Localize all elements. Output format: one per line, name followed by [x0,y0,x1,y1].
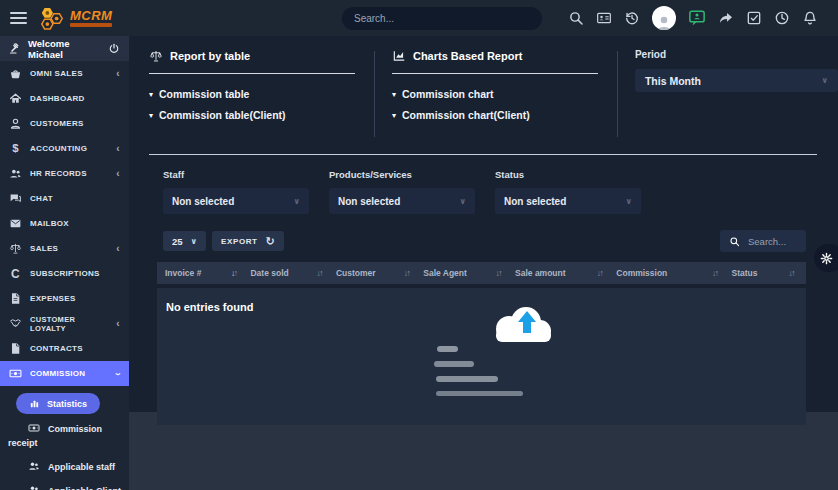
tasks-icon[interactable] [746,10,762,26]
bar-chart-icon [29,398,40,409]
chevron-down-icon: ∨ [460,197,467,206]
sidebar-item-omni-sales[interactable]: OMNI SALES ‹ [0,61,129,86]
sidebar-item-dashboard[interactable]: DASHBOARD [0,86,129,111]
sidebar-item-hr-records[interactable]: HR RECORDS ‹ [0,161,129,186]
share-icon[interactable] [718,10,734,26]
column-header-sale-amount[interactable]: Sale amount ↓↑ [515,268,616,278]
period-select[interactable]: This Month ∨ [635,69,838,92]
sidebar-item-customers[interactable]: CUSTOMERS [0,111,129,136]
support-chat-icon[interactable] [688,9,706,27]
sidebar: Welcome Michael OMNI SALES ‹ DASHBOARD C… [0,36,129,490]
global-search-input[interactable] [354,13,530,24]
history-icon[interactable] [624,10,640,26]
document-icon [9,292,22,305]
sidebar-item-accounting[interactable]: ACCOUNTING ‹ [0,136,129,161]
settings-gear-button[interactable] [814,244,838,272]
link-commission-table-client[interactable]: ▾ Commission table(Client) [149,109,355,121]
sidebar-item-commission[interactable]: COMMISSION ‹ [0,361,129,386]
empty-state-text: No entries found [166,301,253,313]
sidebar-item-label: CONTRACTS [30,344,83,353]
submenu-item-applicable-staff[interactable]: Applicable staff [0,455,129,479]
staff-select[interactable]: Non selected ∨ [163,188,309,214]
link-commission-chart[interactable]: ▾ Commission chart [392,88,598,100]
column-header-sale-agent[interactable]: Sale Agent ↓↑ [423,268,515,278]
period-value: This Month [645,75,701,87]
column-header-commission[interactable]: Commission ↓↑ [616,268,731,278]
users-icon [9,167,22,180]
column-header-invoice[interactable]: Invoice # ↓↑ [165,268,250,278]
users-icon [28,484,40,490]
id-card-icon[interactable] [596,10,612,26]
filter-staff: Staff Non selected ∨ [163,169,309,214]
divider [392,73,598,74]
submenu-label: Applicable staff [48,462,115,472]
filter-products-services: Products/Services Non selected ∨ [329,169,475,214]
scales-icon [149,49,163,63]
sidebar-item-subscriptions[interactable]: SUBSCRIPTIONS [0,261,129,286]
menu-icon[interactable] [10,12,27,24]
link-commission-table[interactable]: ▾ Commission table [149,88,355,100]
gavel-icon [9,42,21,55]
sort-icon[interactable]: ↓↑ [788,268,794,278]
sidebar-item-label: MAILBOX [30,219,69,228]
power-icon[interactable] [108,42,120,55]
export-button[interactable]: EXPORT ↻ [212,231,284,251]
sort-icon[interactable]: ↓↑ [712,268,718,278]
link-commission-chart-client[interactable]: ▾ Commission chart(Client) [392,109,598,121]
triangle-down-icon: ▾ [149,111,153,120]
scales-icon [9,242,22,255]
mail-icon [9,217,22,230]
status-select[interactable]: Non selected ∨ [495,188,641,214]
vertical-divider [617,51,618,137]
chevron-down-icon: ∨ [821,76,828,85]
sort-icon[interactable]: ↓↑ [597,268,603,278]
submenu-item-commission-receipt[interactable]: Commission receipt [0,417,129,455]
search-icon[interactable] [568,10,584,26]
table-search[interactable] [720,230,806,252]
sidebar-item-customer-loyalty[interactable]: CUSTOMER LOYALTY ‹ [0,311,129,336]
bell-icon[interactable] [802,10,818,26]
money-icon [9,367,22,380]
sort-icon[interactable]: ↓↑ [496,268,502,278]
triangle-down-icon: ▾ [392,111,396,120]
sort-icon[interactable]: ↓↑ [316,268,322,278]
column-header-customer[interactable]: Customer ↓↑ [336,268,423,278]
sort-icon[interactable]: ↓↑ [231,268,237,278]
submenu-label: Applicable Client [48,486,121,490]
table-search-input[interactable] [748,236,797,247]
dollar-icon [9,142,22,155]
avatar[interactable] [652,6,676,30]
welcome-label: Welcome Michael [28,38,101,60]
app-logo[interactable]: MCRM [39,5,112,32]
submenu-item-applicable-client[interactable]: Applicable Client [0,479,129,490]
handshake-icon [9,317,22,330]
sidebar-item-expenses[interactable]: EXPENSES [0,286,129,311]
sidebar-item-label: CUSTOMER LOYALTY [30,315,108,333]
chevron-down-icon: ∨ [626,197,633,206]
logo-hexagons [39,5,65,32]
triangle-down-icon: ▾ [149,90,153,99]
global-search[interactable] [342,7,542,30]
welcome-bar[interactable]: Welcome Michael [0,36,129,61]
submenu-item-statistics[interactable]: Statistics [16,393,100,414]
chevron-down-icon: ∨ [191,237,198,246]
sidebar-item-label: ACCOUNTING [30,144,87,153]
submenu-label: Statistics [47,399,87,409]
column-header-date-sold[interactable]: Date sold ↓↑ [250,268,335,278]
column-header-status[interactable]: Status ↓↑ [732,268,798,278]
sidebar-item-contracts[interactable]: CONTRACTS [0,336,129,361]
sort-icon[interactable]: ↓↑ [404,268,410,278]
chevron-left-icon: ‹ [116,144,120,154]
page-size-select[interactable]: 25 ∨ [163,231,206,251]
home-icon [9,92,22,105]
sidebar-item-sales[interactable]: SALES ‹ [0,236,129,261]
filter-label: Products/Services [329,169,475,180]
products-services-select[interactable]: Non selected ∨ [329,188,475,214]
chevron-left-icon: ‹ [116,319,120,329]
search-icon [729,236,740,247]
sidebar-item-chat[interactable]: CHAT [0,186,129,211]
topbar: MCRM [0,0,838,36]
clock-icon[interactable] [774,10,790,26]
main-content: Report by table ▾ Commission table ▾ Com… [129,36,838,412]
sidebar-item-mailbox[interactable]: MAILBOX [0,211,129,236]
